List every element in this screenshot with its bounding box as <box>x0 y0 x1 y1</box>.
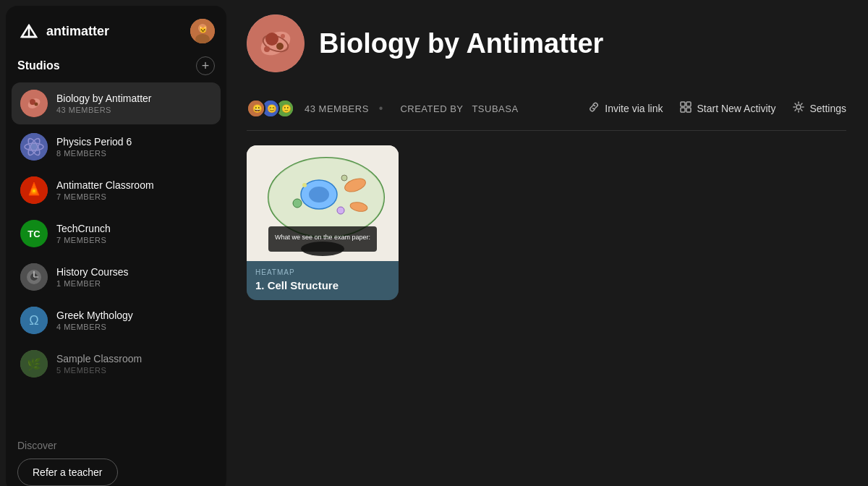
activity-card-image: What we see on the exam paper: <box>247 145 399 261</box>
sample-name: Sample Classroom <box>56 353 212 364</box>
separator: • <box>379 102 383 115</box>
sidebar-item-sample[interactable]: 🌿 Sample Classroom 5 MEMBERS <box>12 343 221 385</box>
biology-members: 43 MEMBERS <box>56 106 212 114</box>
refer-teacher-button[interactable]: Refer a teacher <box>17 459 118 486</box>
techcrunch-info: TechCrunch 7 MEMBERS <box>56 223 212 244</box>
antimatter-classroom-info: Antimatter Classroom 7 MEMBERS <box>56 179 212 201</box>
svg-text:What we see on the exam paper:: What we see on the exam paper: <box>275 234 370 241</box>
app-name: antimatter <box>46 24 109 39</box>
svg-rect-42 <box>681 102 685 106</box>
physics-icon <box>20 133 48 161</box>
sidebar: antimatter 🐱 Studios + <box>6 6 226 486</box>
history-members: 1 MEMBER <box>56 279 212 288</box>
discover-label: Discover <box>17 440 215 451</box>
user-avatar[interactable]: 🐱 <box>190 19 215 43</box>
biology-name: Biology by Antimatter <box>56 93 212 104</box>
studios-header: Studios + <box>12 52 221 82</box>
history-icon <box>20 263 48 291</box>
member-avatar-1: 😀 <box>247 99 265 118</box>
main-content: Biology by Antimatter 😀 😊 🙂 43 MEMBERS •… <box>232 0 868 486</box>
settings-button[interactable]: Settings <box>793 97 846 120</box>
member-count: 43 MEMBERS <box>305 103 369 114</box>
invite-via-link-button[interactable]: Invite via link <box>588 97 663 120</box>
sample-members: 5 MEMBERS <box>56 366 212 375</box>
svg-text:Ω: Ω <box>29 313 38 328</box>
studio-meta-left: 😀 😊 🙂 43 MEMBERS • CREATED BY TSUBASA <box>247 99 519 118</box>
svg-text:🐱: 🐱 <box>199 25 208 34</box>
studio-main-title: Biology by Antimatter <box>319 28 846 59</box>
created-by-label: CREATED BY TSUBASA <box>400 103 518 114</box>
svg-text:🙂: 🙂 <box>281 103 292 114</box>
svg-point-19 <box>33 189 35 192</box>
greek-icon: Ω <box>20 307 48 334</box>
sidebar-item-biology[interactable]: Biology by Antimatter 43 MEMBERS <box>12 82 221 124</box>
svg-rect-44 <box>681 108 685 112</box>
sidebar-item-antimatter[interactable]: Antimatter Classroom 7 MEMBERS <box>12 169 221 211</box>
greek-info: Greek Mythology 4 MEMBERS <box>56 310 212 331</box>
logo-area: antimatter <box>17 20 109 43</box>
history-name: History Courses <box>56 266 212 278</box>
add-studio-button[interactable]: + <box>196 56 215 75</box>
settings-icon <box>793 101 804 116</box>
antimatter-classroom-name: Antimatter Classroom <box>56 179 212 191</box>
studio-title-area: Biology by Antimatter <box>319 28 846 59</box>
sample-info: Sample Classroom 5 MEMBERS <box>56 353 212 375</box>
sidebar-item-physics[interactable]: Physics Period 6 8 MEMBERS <box>12 126 221 168</box>
svg-point-51 <box>309 187 329 202</box>
history-info: History Courses 1 MEMBER <box>56 266 212 288</box>
biology-icon <box>20 90 48 117</box>
svg-point-32 <box>265 33 278 46</box>
sample-icon: 🌿 <box>20 350 48 378</box>
svg-point-54 <box>293 199 302 208</box>
grid-icon <box>680 101 692 116</box>
activities-grid: What we see on the exam paper: HEATMAP 1… <box>247 145 846 300</box>
svg-point-46 <box>796 105 801 109</box>
discover-section: Discover Refer a teacher <box>6 431 226 486</box>
physics-info: Physics Period 6 8 MEMBERS <box>56 136 212 158</box>
antimatter-classroom-members: 7 MEMBERS <box>56 192 212 201</box>
svg-point-10 <box>35 103 38 106</box>
sidebar-header: antimatter 🐱 <box>6 6 226 52</box>
antimatter-logo-icon <box>17 20 41 43</box>
studios-label: Studios <box>17 59 60 72</box>
svg-point-35 <box>264 46 270 52</box>
sidebar-item-history[interactable]: History Courses 1 MEMBER <box>12 256 221 298</box>
activity-title: 1. Cell Structure <box>255 279 390 291</box>
studio-large-icon <box>247 14 305 72</box>
sidebar-item-techcrunch[interactable]: TC TechCrunch 7 MEMBERS <box>12 213 221 255</box>
studios-section: Studios + Biology by Antimatter 43 MEMBE… <box>6 52 226 431</box>
greek-name: Greek Mythology <box>56 310 212 321</box>
techcrunch-name: TechCrunch <box>56 223 212 234</box>
activity-type: HEATMAP <box>255 268 390 276</box>
sidebar-item-greek[interactable]: Ω Greek Mythology 4 MEMBERS <box>12 299 221 341</box>
link-icon <box>588 101 600 116</box>
studio-actions: Invite via link Start New Activity <box>588 97 846 120</box>
svg-text:😊: 😊 <box>267 103 277 114</box>
member-avatars: 😀 😊 🙂 <box>247 99 290 118</box>
svg-point-55 <box>341 175 347 181</box>
biology-info: Biology by Antimatter 43 MEMBERS <box>56 93 212 114</box>
techcrunch-icon: TC <box>20 220 48 247</box>
studio-header-area: Biology by Antimatter <box>247 14 846 72</box>
svg-point-60 <box>301 242 344 256</box>
svg-text:🌿: 🌿 <box>27 357 41 371</box>
physics-members: 8 MEMBERS <box>56 149 212 158</box>
physics-name: Physics Period 6 <box>56 136 212 148</box>
activity-card-label-area: HEATMAP 1. Cell Structure <box>247 261 399 300</box>
techcrunch-members: 7 MEMBERS <box>56 236 212 244</box>
svg-point-56 <box>302 183 307 187</box>
start-new-activity-button[interactable]: Start New Activity <box>680 97 775 120</box>
techcrunch-tc-text: TC <box>27 229 40 239</box>
svg-point-57 <box>337 207 344 214</box>
greek-members: 4 MEMBERS <box>56 323 212 331</box>
svg-rect-43 <box>686 102 691 106</box>
activity-card-cell-structure[interactable]: What we see on the exam paper: HEATMAP 1… <box>247 145 399 300</box>
antimatter-classroom-icon <box>20 176 48 204</box>
studio-meta-bar: 😀 😊 🙂 43 MEMBERS • CREATED BY TSUBASA <box>247 87 846 131</box>
svg-rect-45 <box>686 108 691 112</box>
svg-text:😀: 😀 <box>252 103 263 114</box>
svg-point-34 <box>281 34 285 38</box>
svg-point-33 <box>276 43 284 50</box>
